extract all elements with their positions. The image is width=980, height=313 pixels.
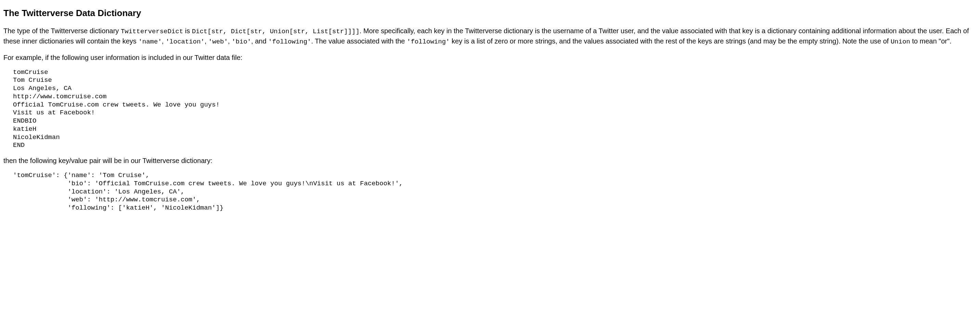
intro-paragraph: The type of the Twitterverse dictionary … bbox=[3, 26, 977, 46]
text-segment: , bbox=[228, 37, 231, 45]
code-inline: 'web' bbox=[208, 38, 228, 46]
code-inline: 'following' bbox=[407, 38, 450, 46]
text-segment: , bbox=[204, 37, 208, 45]
example-intro-paragraph: For example, if the following user infor… bbox=[3, 53, 977, 62]
text-segment: key is a list of zero or more strings, a… bbox=[450, 37, 891, 45]
code-inline: Dict[str, Dict[str, Union[str, List[str]… bbox=[192, 28, 360, 35]
code-inline: TwitterverseDict bbox=[121, 28, 183, 35]
text-segment: to mean "or". bbox=[910, 37, 951, 45]
text-segment: , and bbox=[251, 37, 269, 45]
code-inline: 'name' bbox=[138, 38, 162, 46]
page-heading: The Twitterverse Data Dictionary bbox=[3, 7, 977, 19]
code-inline: 'following' bbox=[269, 38, 311, 46]
code-block-dictionary: 'tomCruise': {'name': 'Tom Cruise', 'bio… bbox=[13, 172, 977, 212]
code-inline: 'location' bbox=[165, 38, 204, 46]
code-inline: Union bbox=[891, 38, 910, 46]
text-segment: . The value associated with the bbox=[311, 37, 407, 45]
code-block-data-file: tomCruise Tom Cruise Los Angeles, CA htt… bbox=[13, 69, 977, 150]
text-segment: , bbox=[162, 37, 165, 45]
result-intro-paragraph: then the following key/value pair will b… bbox=[3, 156, 977, 165]
text-segment: The type of the Twitterverse dictionary bbox=[3, 27, 121, 35]
text-segment: is bbox=[183, 27, 192, 35]
code-inline: 'bio' bbox=[232, 38, 251, 46]
